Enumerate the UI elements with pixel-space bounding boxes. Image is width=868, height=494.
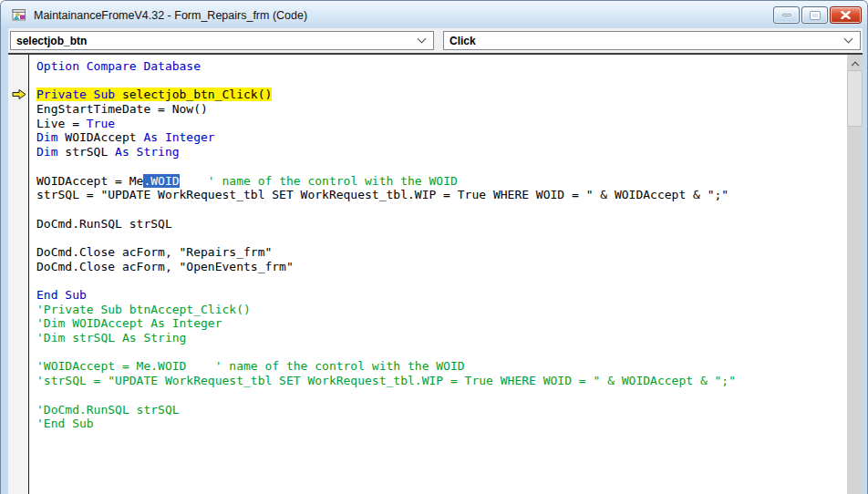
vertical-scrollbar[interactable] (847, 55, 863, 494)
code-segment: DoCmd.Close acForm, "OpenEvents_frm" (36, 260, 294, 273)
code-segment (180, 174, 208, 188)
code-line[interactable]: WOIDAccept = Me.WOID ' name of the contr… (36, 174, 847, 189)
code-segment: strSQL (65, 145, 115, 159)
maximize-button[interactable] (801, 6, 828, 24)
code-editor[interactable]: Option Compare DatabasePrivate Sub selec… (30, 55, 847, 494)
code-line[interactable]: Dim strSQL As String (36, 145, 847, 160)
chevron-up-icon (851, 61, 858, 68)
vba-form-icon[interactable] (12, 7, 27, 22)
code-line[interactable]: Private Sub selectjob_btn_Click() (36, 87, 847, 102)
code-segment: Private Sub (36, 87, 122, 101)
code-pane: Option Compare DatabasePrivate Sub selec… (8, 53, 863, 494)
titlebar[interactable]: MaintainanceFromeV4.32 - Form_Repairs_fr… (1, 1, 867, 28)
code-segment: 'DoCmd.RunSQL strSQL (36, 403, 180, 417)
code-lines: Option Compare DatabasePrivate Sub selec… (30, 55, 847, 431)
procedure-combobox-value: Click (450, 35, 845, 47)
code-line[interactable]: strSQL = "UPDATE WorkRequest_tbl SET Wor… (36, 188, 847, 202)
code-line[interactable]: DoCmd.Close acForm, "OpenEvents_frm" (36, 260, 847, 274)
code-line[interactable] (36, 74, 847, 88)
object-combobox[interactable]: selectjob_btn (10, 31, 434, 50)
code-segment: WOIDAccept = Me (36, 174, 143, 188)
code-line[interactable]: End Sub (36, 288, 847, 303)
maximize-icon (811, 12, 820, 19)
code-line[interactable] (36, 160, 847, 174)
code-segment: Dim (36, 145, 65, 159)
code-segment: Live = (36, 117, 87, 130)
window-controls (773, 5, 862, 24)
code-line[interactable] (36, 388, 847, 403)
object-combobox-value: selectjob_btn (16, 35, 418, 47)
code-segment: 'Dim WOIDAccept As Integer (36, 316, 222, 330)
code-segment: As Integer (143, 130, 214, 144)
code-segment: 'strSQL = "UPDATE WorkRequest_tbl SET Wo… (36, 374, 736, 387)
code-line[interactable]: 'End Sub (36, 417, 847, 431)
code-segment: DoCmd.RunSQL strSQL (36, 217, 172, 231)
combo-row: selectjob_btn Click (8, 28, 863, 53)
minimize-icon (782, 14, 791, 16)
chevron-down-icon[interactable] (844, 35, 853, 44)
code-segment: 'End Sub (36, 417, 94, 430)
code-line[interactable]: 'WOIDAccept = Me.WOID ' name of the cont… (36, 359, 847, 374)
code-line[interactable]: Live = True (36, 117, 847, 131)
chevron-down-icon[interactable] (418, 35, 427, 44)
code-segment: Dim (36, 130, 65, 144)
code-line[interactable]: Option Compare Database (36, 59, 847, 74)
code-segment: DoCmd.Close acForm, "Repairs_frm" (36, 245, 272, 259)
close-button[interactable] (830, 6, 862, 24)
code-segment: 'WOIDAccept = Me.WOID ' name of the cont… (36, 359, 465, 373)
code-line[interactable] (36, 273, 847, 288)
code-segment: True (87, 117, 115, 130)
procedure-combobox[interactable]: Click (443, 31, 861, 50)
minimize-button[interactable] (773, 6, 800, 24)
selected-text: .WOID (143, 174, 179, 188)
code-line[interactable]: 'strSQL = "UPDATE WorkRequest_tbl SET Wo… (36, 374, 847, 388)
code-segment: ' name of the control with the WOID (208, 174, 458, 188)
code-segment: strSQL = "UPDATE WorkRequest_tbl SET Wor… (36, 188, 728, 201)
code-line[interactable] (36, 345, 847, 360)
scroll-up-button[interactable] (847, 55, 863, 70)
code-line[interactable]: EngStartTimeDate = Now() (36, 102, 847, 117)
code-line[interactable]: DoCmd.RunSQL strSQL (36, 217, 847, 232)
code-line[interactable] (36, 231, 847, 245)
code-segment: Option Compare Database (36, 59, 201, 73)
code-segment: 'Dim strSQL As String (36, 331, 186, 345)
code-line[interactable]: Dim WOIDAccept As Integer (36, 130, 847, 145)
window-frame: MaintainanceFromeV4.32 - Form_Repairs_fr… (0, 0, 868, 494)
code-segment: As String (115, 145, 179, 159)
code-segment: WOIDAccept (65, 130, 143, 144)
code-line[interactable]: 'DoCmd.RunSQL strSQL (36, 403, 847, 417)
execution-arrow-icon[interactable] (12, 88, 26, 100)
code-line[interactable]: 'Private Sub btnAccept_Click() (36, 303, 847, 317)
window-title: MaintainanceFromeV4.32 - Form_Repairs_fr… (34, 8, 307, 22)
scrollbar-thumb[interactable] (847, 70, 863, 127)
code-line[interactable]: 'Dim strSQL As String (36, 331, 847, 345)
code-segment: EngStartTimeDate = Now() (36, 102, 208, 116)
code-segment: 'Private Sub btnAccept_Click() (36, 303, 251, 316)
breakpoint-margin[interactable] (8, 55, 29, 494)
close-icon (841, 11, 851, 19)
vbe-code-window: MaintainanceFromeV4.32 - Form_Repairs_fr… (0, 0, 868, 494)
code-line[interactable]: 'Dim WOIDAccept As Integer (36, 316, 847, 331)
code-line[interactable] (36, 202, 847, 217)
code-segment: End Sub (36, 288, 87, 302)
code-line[interactable]: DoCmd.Close acForm, "Repairs_frm" (36, 245, 847, 260)
code-segment: selectjob_btn_Click() (122, 87, 272, 101)
